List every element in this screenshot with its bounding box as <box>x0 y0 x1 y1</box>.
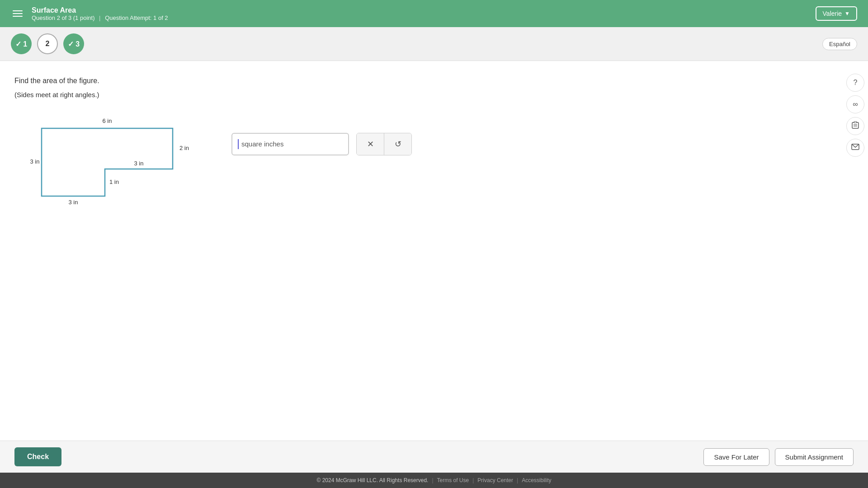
svg-rect-1 <box>854 122 857 123</box>
notes-button[interactable] <box>846 117 864 135</box>
answer-actions: ✕ ↺ <box>356 133 412 155</box>
answer-unit: square inches <box>241 140 283 148</box>
clear-button[interactable]: ✕ <box>357 133 384 155</box>
content-area: Find the area of the figure. (Sides meet… <box>0 61 588 227</box>
accessibility-link[interactable]: Accessibility <box>522 477 551 483</box>
header-title-block: Surface Area Question 2 of 3 (1 point) |… <box>32 6 168 21</box>
check-button[interactable]: Check <box>14 447 61 466</box>
dim-top: 6 in <box>103 117 112 124</box>
answer-input-wrapper[interactable]: square inches <box>231 133 349 155</box>
answer-area: square inches ✕ ↺ <box>231 133 412 155</box>
header-left: Surface Area Question 2 of 3 (1 point) |… <box>11 6 168 21</box>
infinite-button[interactable]: ∞ <box>846 95 864 113</box>
footer-copyright: © 2024 McGraw Hill LLC. All Rights Reser… <box>316 477 428 483</box>
dim-step-vert: 1 in <box>109 178 119 185</box>
question-2-button[interactable]: 2 <box>37 33 58 54</box>
svg-rect-0 <box>852 122 859 128</box>
undo-icon: ↺ <box>395 139 401 149</box>
dim-bottom-left: 3 in <box>69 199 78 206</box>
question-progress: Question 2 of 3 (1 point) <box>32 14 94 21</box>
header-subtitle: Question 2 of 3 (1 point) | Question Att… <box>32 14 168 21</box>
infinite-icon: ∞ <box>853 100 858 108</box>
question-3-button[interactable]: ✓ 3 <box>63 33 84 54</box>
undo-button[interactable]: ↺ <box>384 133 411 155</box>
right-sidebar: ? ∞ <box>843 70 868 160</box>
figure-svg: 6 in 3 in 2 in 3 in 3 in 1 in <box>14 115 204 214</box>
subtitle-separator: | <box>99 14 100 21</box>
question-nav-left: ✓ 1 2 ✓ 3 <box>11 33 84 54</box>
bottom-bar: Check Save For Later Submit Assignment <box>0 441 868 473</box>
main-content: Find the area of the figure. (Sides meet… <box>0 61 868 441</box>
menu-button[interactable] <box>11 9 24 19</box>
help-icon: ? <box>854 79 858 87</box>
help-button[interactable]: ? <box>846 74 864 92</box>
footer: © 2024 McGraw Hill LLC. All Rights Reser… <box>0 473 868 488</box>
header: Surface Area Question 2 of 3 (1 point) |… <box>0 0 868 27</box>
user-menu-button[interactable]: Valerie ▼ <box>816 6 857 21</box>
question-attempt: Question Attempt: 1 of 2 <box>105 14 168 21</box>
header-title: Surface Area <box>32 6 168 14</box>
espanol-button[interactable]: Español <box>822 38 857 50</box>
dim-step-horiz: 3 in <box>134 160 144 167</box>
l-shape-path <box>42 128 173 196</box>
question-sub-text: (Sides meet at right angles.) <box>14 90 573 100</box>
question-nav-bar: ✓ 1 2 ✓ 3 Español <box>0 27 868 61</box>
dim-right-top: 2 in <box>179 145 189 151</box>
notes-icon <box>851 121 859 131</box>
figure-area: 6 in 3 in 2 in 3 in 3 in 1 in <box>14 115 204 216</box>
user-name: Valerie <box>823 10 842 17</box>
dim-left: 3 in <box>30 158 40 165</box>
clear-icon: ✕ <box>367 139 374 149</box>
mail-icon <box>851 144 859 152</box>
mail-button[interactable] <box>846 139 864 157</box>
privacy-link[interactable]: Privacy Center <box>477 477 513 483</box>
figure-answer-row: 6 in 3 in 2 in 3 in 3 in 1 in <box>14 115 573 216</box>
question-1-button[interactable]: ✓ 1 <box>11 33 32 54</box>
terms-link[interactable]: Terms of Use <box>437 477 469 483</box>
text-cursor <box>238 139 239 149</box>
chevron-down-icon: ▼ <box>844 10 850 17</box>
bottom-right-buttons: Save For Later Submit Assignment <box>703 448 854 466</box>
save-for-later-button[interactable]: Save For Later <box>703 448 769 466</box>
submit-assignment-button[interactable]: Submit Assignment <box>775 448 854 466</box>
question-main-text: Find the area of the figure. <box>14 75 573 86</box>
